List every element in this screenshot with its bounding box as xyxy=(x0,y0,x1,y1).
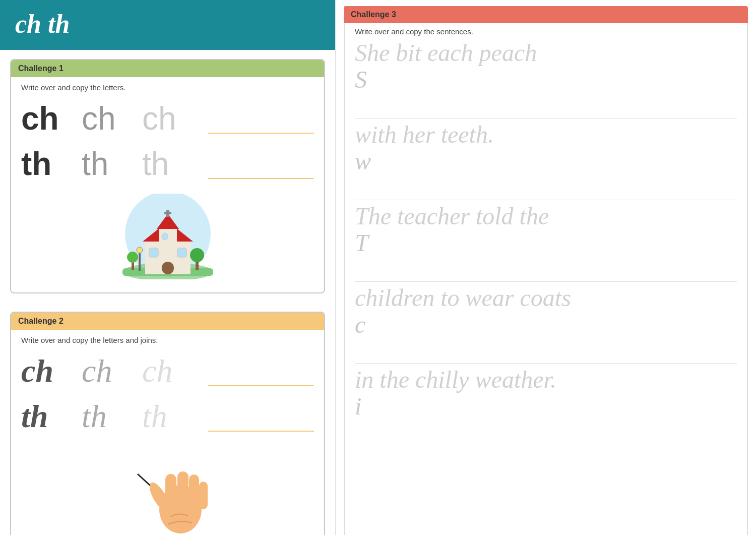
th-italic-row: th th th xyxy=(21,396,314,437)
challenge3-body: Write over and copy the sentences. She b… xyxy=(344,23,748,535)
challenge2-section: Challenge 2 Write over and copy the lett… xyxy=(10,312,325,535)
sentence-4-write-line[interactable] xyxy=(355,338,737,364)
ch-italic-light: ch xyxy=(142,352,182,390)
sentence-block-4: children to wear coats c xyxy=(355,284,737,364)
sentence-3-write-line[interactable] xyxy=(355,257,737,282)
svg-point-16 xyxy=(190,248,204,262)
th-medium: th xyxy=(82,145,122,183)
ch-italic-bold: ch xyxy=(21,352,61,390)
challenge1-title: Challenge 1 xyxy=(18,64,64,73)
sentence-5-first-letter: i xyxy=(355,393,737,420)
challenge2-title: Challenge 2 xyxy=(18,317,64,325)
challenge3-header: Challenge 3 xyxy=(344,6,748,23)
sentence-2-first-letter: w xyxy=(355,148,737,175)
sentence-block-3: The teacher told the T xyxy=(355,202,737,282)
page-header: ch th xyxy=(0,0,335,50)
svg-rect-25 xyxy=(189,474,199,508)
ch-italic-row: ch ch ch xyxy=(21,350,314,392)
sentence-4-first-letter: c xyxy=(355,312,737,338)
hand-illustration xyxy=(21,441,314,535)
svg-rect-23 xyxy=(165,474,176,508)
th-italic-light: th xyxy=(142,398,182,435)
th2-write-line[interactable] xyxy=(208,401,314,432)
challenge1-section: Challenge 1 Write over and copy the lett… xyxy=(10,59,325,293)
th-row: th th th xyxy=(21,143,314,185)
svg-rect-12 xyxy=(162,233,168,240)
challenge1-body: Write over and copy the letters. ch ch c… xyxy=(11,77,324,292)
sentence-block-5: in the chilly weather. i xyxy=(355,366,737,445)
challenge1-header: Challenge 1 xyxy=(11,60,324,77)
ch-light: ch xyxy=(142,100,182,137)
svg-rect-24 xyxy=(177,471,188,508)
challenge1-instruction: Write over and copy the letters. xyxy=(21,83,314,92)
sentence-1-write-line[interactable] xyxy=(355,93,737,118)
th-write-line[interactable] xyxy=(208,149,314,179)
svg-point-14 xyxy=(137,247,143,253)
ch-bold: ch xyxy=(21,100,61,137)
challenge2-instruction: Write over and copy the letters and join… xyxy=(21,336,314,344)
sentence-5-text: in the chilly weather. xyxy=(355,366,737,393)
page-title: ch th xyxy=(15,10,70,38)
challenge3-instruction: Write over and copy the sentences. xyxy=(355,27,737,36)
th-light: th xyxy=(142,145,182,183)
ch-medium: ch xyxy=(82,100,122,137)
svg-rect-13 xyxy=(139,252,141,271)
th-italic-bold: th xyxy=(21,398,61,435)
challenge2-header: Challenge 2 xyxy=(11,313,324,330)
ch-row: ch ch ch xyxy=(21,98,314,139)
th-bold: th xyxy=(21,145,61,183)
th-italic-medium: th xyxy=(82,398,122,435)
ch-write-line[interactable] xyxy=(208,103,314,134)
left-panel: ch th Challenge 1 Write over and copy th… xyxy=(0,0,335,535)
svg-rect-10 xyxy=(149,248,158,257)
svg-rect-11 xyxy=(177,248,186,257)
svg-rect-9 xyxy=(162,262,174,274)
ch-italic-medium: ch xyxy=(82,352,122,390)
sentence-2-write-line[interactable] xyxy=(355,175,737,200)
sentence-block-2: with her teeth. w xyxy=(355,121,737,200)
svg-rect-8 xyxy=(164,212,171,214)
sentence-5-write-line[interactable] xyxy=(355,420,737,445)
sentence-3-first-letter: T xyxy=(355,230,737,257)
church-illustration xyxy=(21,189,314,287)
sentence-4-text: children to wear coats xyxy=(355,284,737,312)
challenge3-title: Challenge 3 xyxy=(351,10,396,19)
right-panel: Challenge 3 Write over and copy the sent… xyxy=(335,0,756,535)
sentence-3-text: The teacher told the xyxy=(355,202,737,230)
svg-rect-26 xyxy=(199,482,208,509)
svg-point-18 xyxy=(127,252,138,263)
ch2-write-line[interactable] xyxy=(208,356,314,386)
challenge2-body: Write over and copy the letters and join… xyxy=(11,330,324,535)
sentence-2-text: with her teeth. xyxy=(355,121,737,148)
sentence-block-1: She bit each peach S xyxy=(355,39,737,118)
sentence-1-text: She bit each peach xyxy=(355,39,737,67)
sentence-1-first-letter: S xyxy=(355,67,737,93)
